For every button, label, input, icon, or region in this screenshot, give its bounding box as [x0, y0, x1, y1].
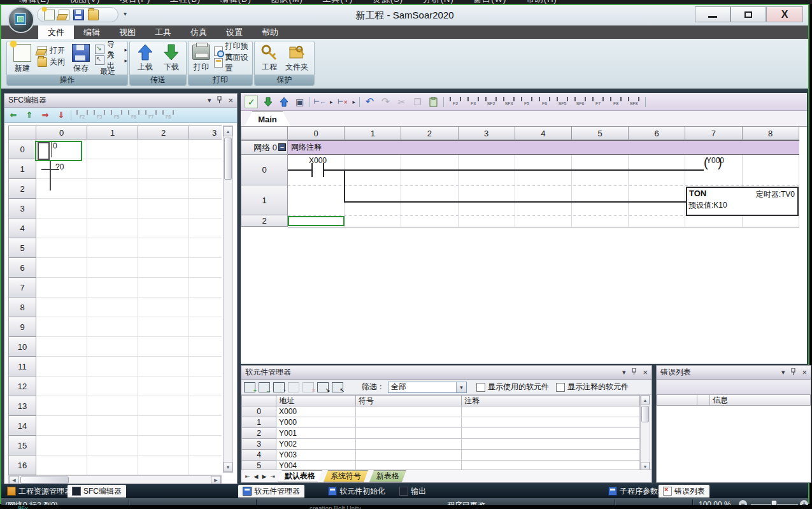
device-addr-cell[interactable]: Y003: [276, 450, 356, 461]
menu-view[interactable]: 视图: [110, 25, 145, 39]
filter-select[interactable]: 全部 ▾: [388, 382, 467, 393]
sfc-fkey-button[interactable]: F6: [126, 110, 141, 121]
device-symbol-cell[interactable]: [356, 417, 462, 428]
scroll-up-icon[interactable]: ▲: [641, 396, 650, 405]
download-button[interactable]: 下载: [159, 43, 184, 76]
device-col-symbol[interactable]: 符号: [355, 395, 462, 406]
sfc-fkey-button[interactable]: F3: [92, 110, 107, 121]
redo-button[interactable]: ↷: [380, 96, 392, 108]
download-program-button[interactable]: [262, 96, 274, 108]
ladder-row-header-1[interactable]: 1: [241, 185, 288, 215]
sheet-tab-new[interactable]: 新表格: [369, 470, 406, 482]
close-project-button[interactable]: 关闭: [38, 57, 65, 68]
device-row-header[interactable]: 4: [241, 450, 276, 461]
sfc-cells-area[interactable]: [36, 140, 222, 475]
insert-row-dropdown-icon[interactable]: ▸: [330, 99, 333, 105]
error-panel-close-icon[interactable]: ×: [802, 368, 807, 377]
ladder-row-header-2[interactable]: 2: [241, 215, 288, 227]
device-panel-dropdown-icon[interactable]: ▾: [622, 368, 626, 376]
sfc-row-header[interactable]: 1: [8, 159, 36, 179]
dock-tab-sfc-editor[interactable]: SFC编辑器: [68, 485, 126, 498]
sfc-delete-step-button[interactable]: ⇒: [39, 110, 52, 120]
add-table-icon[interactable]: +: [244, 382, 255, 392]
ladder-row-header-0[interactable]: 0: [241, 155, 288, 185]
sfc-grid[interactable]: 0123 012345678910111213141516 0 ?0 ▲ ▼: [4, 123, 237, 484]
sfc-vertical-scrollbar[interactable]: ▲ ▼: [223, 125, 233, 473]
save-button[interactable]: 保存 ▾: [68, 43, 94, 76]
device-comment-cell[interactable]: [462, 428, 640, 439]
sfc-row-header[interactable]: 4: [8, 219, 36, 238]
timer-instruction-box[interactable]: TON 定时器:TV0 预设值:K10: [686, 187, 799, 216]
new-button[interactable]: 新建: [10, 43, 35, 76]
show-used-checkbox[interactable]: 显示使用的软元件: [476, 382, 549, 392]
ladder-column-header[interactable]: 4: [515, 126, 572, 140]
delete-row-button[interactable]: ⊢×: [337, 96, 349, 108]
sfc-column-header[interactable]: 3: [189, 125, 222, 140]
upload-button[interactable]: 上载: [132, 43, 158, 76]
monitor-button[interactable]: ▣: [294, 96, 306, 108]
compile-check-button[interactable]: ✓: [245, 96, 258, 108]
sfc-row-header[interactable]: 7: [8, 278, 36, 298]
device-table-scrollbar[interactable]: ▲ ▼: [640, 395, 650, 471]
sfc-row-header[interactable]: 6: [8, 258, 36, 278]
sfc-column-header[interactable]: 0: [36, 125, 87, 140]
device-panel-pin-icon[interactable]: [631, 368, 637, 376]
ladder-column-header[interactable]: 5: [572, 126, 629, 140]
ladder-column-header[interactable]: 3: [459, 126, 515, 140]
ladder-column-header[interactable]: 1: [345, 126, 401, 140]
sfc-insert-branch-button[interactable]: ⇑: [23, 110, 36, 120]
sfc-row-header[interactable]: 3: [8, 199, 36, 219]
undo-button[interactable]: ↶: [364, 96, 376, 108]
ladder-column-header[interactable]: 0: [288, 126, 345, 140]
maximize-button[interactable]: [730, 6, 766, 22]
ladder-element-button[interactable]: SF3: [501, 96, 516, 108]
upload-program-button[interactable]: [278, 96, 290, 108]
device-symbol-cell[interactable]: [356, 450, 462, 461]
dock-tab-error-list[interactable]: 错误列表: [659, 485, 709, 498]
menu-edit[interactable]: 编辑: [74, 25, 110, 39]
sfc-fkey-button[interactable]: F2: [75, 110, 90, 121]
ladder-element-button[interactable]: F3: [466, 96, 481, 108]
device-panel-close-icon[interactable]: ×: [643, 368, 648, 377]
sfc-column-header[interactable]: 2: [138, 125, 189, 140]
protect-project-button[interactable]: 工程: [257, 43, 281, 76]
sfc-fkey-button[interactable]: F8: [160, 110, 176, 121]
filter-dropdown-icon[interactable]: ▾: [456, 382, 466, 392]
sfc-step-symbol[interactable]: [38, 142, 50, 160]
checkbox-icon[interactable]: [556, 383, 565, 392]
device-symbol-cell[interactable]: [356, 428, 462, 439]
scroll-up-icon[interactable]: ▲: [224, 126, 232, 136]
device-symbol-cell[interactable]: [356, 406, 462, 417]
nav-prev-icon[interactable]: ◀: [253, 473, 260, 480]
dock-tab-project-explorer[interactable]: 工程资源管理器: [3, 485, 76, 498]
page-setup-button[interactable]: 页面设置: [214, 57, 252, 68]
delete-table-icon[interactable]: ×: [303, 382, 314, 392]
sfc-row-header[interactable]: 15: [8, 436, 36, 455]
device-col-comment[interactable]: 注释: [461, 395, 640, 406]
show-commented-checkbox[interactable]: 显示注释的软元件: [556, 382, 629, 392]
sfc-row-header[interactable]: 16: [8, 455, 36, 475]
device-addr-cell[interactable]: Y002: [276, 439, 356, 450]
device-comment-cell[interactable]: [462, 417, 640, 428]
dock-tab-output[interactable]: 输出: [395, 485, 431, 498]
sfc-row-header[interactable]: 0: [8, 140, 36, 159]
menu-tools[interactable]: 工具: [145, 25, 181, 39]
coil-symbol[interactable]: ( ): [704, 163, 729, 178]
sfc-column-header[interactable]: 1: [87, 125, 138, 140]
nav-last-icon[interactable]: ⇥: [269, 473, 276, 480]
nav-first-icon[interactable]: ⇤: [244, 473, 252, 480]
tab-main[interactable]: Main: [245, 111, 290, 127]
export-button[interactable]: 导出▸: [95, 55, 127, 66]
checkbox-icon[interactable]: [476, 383, 485, 392]
close-button[interactable]: X: [766, 6, 803, 22]
error-panel-pin-icon[interactable]: [790, 368, 796, 376]
device-comment-cell[interactable]: [462, 439, 640, 450]
menu-file[interactable]: 文件: [38, 25, 74, 39]
device-addr-cell[interactable]: X000: [276, 406, 356, 417]
app-menu-button[interactable]: [8, 6, 34, 33]
sfc-row-header[interactable]: 13: [8, 396, 36, 416]
scroll-right-icon[interactable]: ▶: [211, 476, 221, 484]
sheet-tab-system[interactable]: 系统符号: [324, 470, 368, 482]
import-table-icon[interactable]: ↘: [317, 382, 329, 392]
device-row-header[interactable]: 3: [241, 439, 276, 450]
